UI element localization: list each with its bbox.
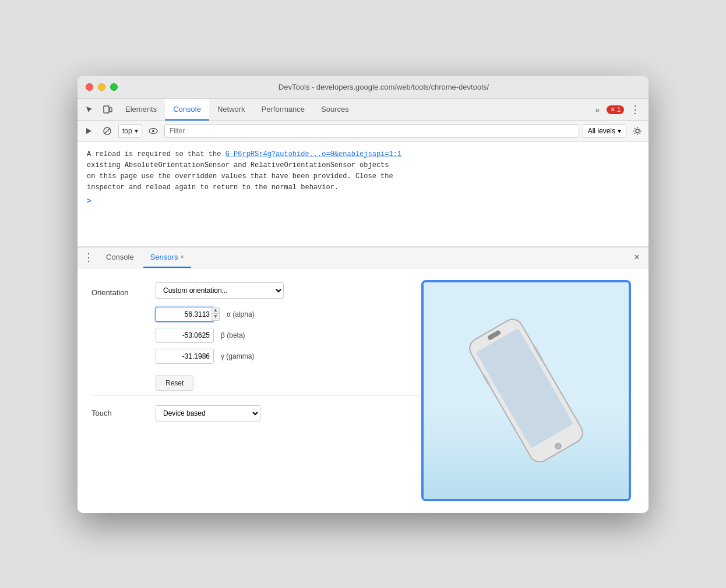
alpha-input-group: ▲ ▼ [156, 307, 220, 322]
block-button[interactable] [100, 123, 115, 139]
devtools-tabs-bar: Elements Console Network Performance Sou… [77, 99, 649, 121]
phone-illustration [453, 304, 599, 476]
context-value: top [122, 127, 132, 135]
tab-console[interactable]: Console [165, 99, 209, 121]
svg-marker-2 [86, 128, 91, 134]
window-title: DevTools - developers.google.com/web/too… [127, 83, 640, 91]
console-output: A reload is required so that the G_P6rpR… [77, 142, 649, 247]
kebab-menu-button[interactable]: ⋮ [628, 103, 643, 116]
gamma-input[interactable] [156, 349, 214, 364]
device-toggle-icon[interactable] [100, 101, 116, 118]
beta-label: β (beta) [221, 331, 245, 339]
svg-point-7 [636, 129, 639, 133]
context-selector[interactable]: top ▾ [118, 124, 142, 138]
gamma-label: γ (gamma) [221, 352, 254, 360]
reset-button[interactable]: Reset [156, 376, 193, 391]
touch-label: Touch [91, 409, 156, 417]
sensors-content: Orientation Custom orientation... ▲ [77, 268, 649, 513]
tab-sources[interactable]: Sources [313, 99, 357, 121]
error-badge[interactable]: ✕ 1 [607, 105, 624, 114]
settings-button[interactable] [630, 123, 645, 139]
device-viz-background [424, 282, 629, 499]
filter-input[interactable] [164, 124, 579, 138]
console-link[interactable]: G_P6rpRSr4g?autohide...o=0&enablejsapi=1… [225, 150, 401, 158]
error-count: 1 [617, 106, 621, 113]
alpha-input[interactable] [156, 307, 214, 322]
svg-point-6 [152, 130, 154, 132]
more-tabs-button[interactable]: » [592, 103, 603, 116]
svg-line-4 [105, 129, 110, 134]
main-tabs-list: Elements Console Network Performance Sou… [117, 99, 592, 121]
console-message: A reload is required so that the G_P6rpR… [87, 149, 639, 194]
svg-rect-0 [104, 106, 109, 113]
bottom-tab-console[interactable]: Console [99, 247, 141, 268]
tabs-right-controls: » ✕ 1 ⋮ [592, 103, 646, 116]
bottom-more-button[interactable]: ⋮ [81, 251, 97, 264]
window-controls [86, 83, 118, 91]
device-visualization [421, 280, 631, 501]
run-script-button[interactable] [81, 123, 96, 139]
cursor-icon[interactable] [81, 101, 97, 118]
close-sensors-tab-button[interactable]: × [180, 253, 184, 260]
console-toolbar: top ▾ All levels ▾ [77, 121, 649, 142]
tab-elements[interactable]: Elements [117, 99, 165, 121]
levels-arrow-icon: ▾ [618, 127, 621, 135]
alpha-stepper: ▲ ▼ [212, 307, 220, 322]
alpha-label: α (alpha) [227, 310, 255, 318]
levels-label: All levels [588, 127, 615, 135]
close-window-button[interactable] [86, 83, 93, 91]
svg-rect-1 [110, 108, 112, 112]
console-message-text: A reload is required so that the G_P6rpR… [87, 149, 401, 194]
title-bar: DevTools - developers.google.com/web/too… [77, 76, 649, 99]
bottom-tabs-bar: ⋮ Console Sensors × × [77, 247, 649, 268]
console-prompt[interactable]: > [87, 193, 639, 210]
alpha-increment-button[interactable]: ▲ [212, 307, 220, 314]
orientation-dropdown[interactable]: Custom orientation... [156, 282, 284, 299]
context-arrow-icon: ▾ [135, 127, 138, 135]
minimize-window-button[interactable] [98, 83, 105, 91]
orientation-label: Orientation [91, 282, 156, 297]
devtools-window: DevTools - developers.google.com/web/too… [77, 76, 649, 513]
tab-performance[interactable]: Performance [253, 99, 313, 121]
log-levels-button[interactable]: All levels ▾ [583, 124, 626, 138]
beta-input[interactable] [156, 328, 214, 343]
maximize-window-button[interactable] [110, 83, 118, 91]
touch-dropdown[interactable]: Device based [156, 405, 260, 421]
eye-icon-button[interactable] [146, 123, 161, 139]
error-icon: ✕ [610, 106, 615, 114]
alpha-decrement-button[interactable]: ▼ [212, 314, 220, 321]
bottom-tab-sensors[interactable]: Sensors × [143, 247, 191, 268]
bottom-panel: ⋮ Console Sensors × × Orientation Custom… [77, 247, 649, 513]
tab-network[interactable]: Network [209, 99, 253, 121]
close-bottom-panel-button[interactable]: × [630, 250, 644, 264]
